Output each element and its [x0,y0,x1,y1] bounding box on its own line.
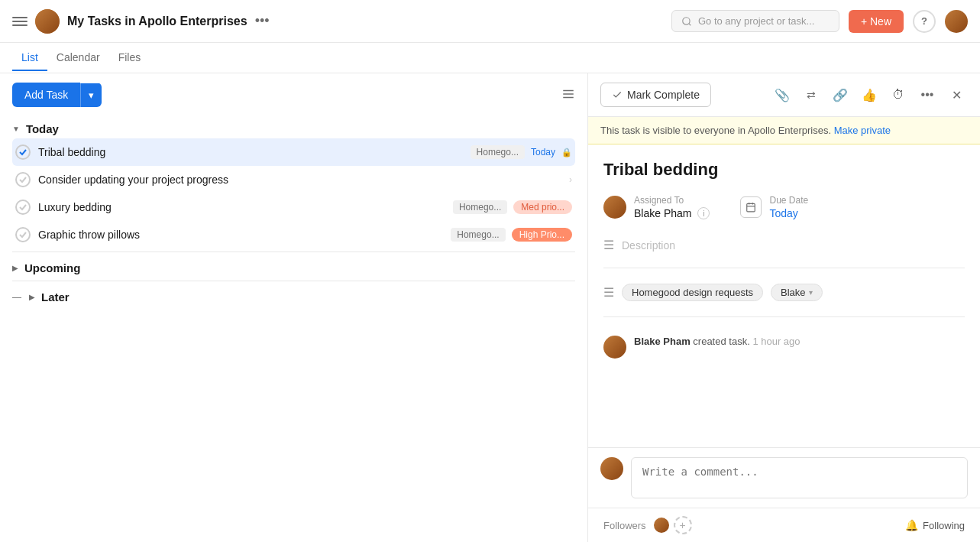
tab-files[interactable]: Files [109,45,150,71]
main-layout: Add Task ▾ ▼ Today Tribal bedding Homego… [0,73,980,542]
like-button[interactable]: 👍 [858,83,881,106]
task-item[interactable]: Consider updating your project progress … [12,166,575,193]
task-item[interactable]: Luxury bedding Homego... Med prio... [12,193,575,221]
svg-point-0 [683,17,690,24]
header-more-icon[interactable]: ••• [255,13,270,29]
header-right: Go to any project or task... + New ? [671,10,968,33]
section-upcoming-label: Upcoming [24,261,80,274]
mark-complete-label: Mark Complete [627,89,700,101]
task-item[interactable]: Graphic throw pillows Homego... High Pri… [12,221,575,248]
svg-rect-5 [747,203,755,212]
following-button[interactable]: 🔔 Following [905,519,965,531]
task-checkbox[interactable] [15,200,31,215]
bell-icon: 🔔 [905,519,918,531]
header-left: My Tasks in Apollo Enterprises ••• [12,9,662,34]
task-name: Luxury bedding [38,201,445,213]
task-project-tag: Homego... [451,228,505,242]
global-search[interactable]: Go to any project or task... [671,10,839,32]
new-button[interactable]: + New [849,10,904,33]
user-avatar[interactable] [945,10,968,33]
section-today-label: Today [26,122,59,135]
assignee-info: Assigned To Blake Pham i [634,195,710,219]
assignee-tag[interactable]: Blake ▾ [771,284,823,301]
project-tag[interactable]: Homegood design requests [622,284,763,301]
more-options-button[interactable]: ••• [916,83,939,106]
follower-avatar[interactable] [652,516,671,534]
followers-section: Followers + [603,516,692,534]
due-date-label: Due Date [769,195,808,206]
task-detail-toolbar: Mark Complete 📎 ⇄ 🔗 👍 ⏱ [588,73,980,117]
task-checkbox[interactable] [15,227,31,242]
description-placeholder: Description [622,239,675,252]
mark-complete-button[interactable]: Mark Complete [600,83,711,107]
section-later-label: Later [41,290,70,303]
activity-action: created task. [693,336,749,347]
timer-icon: ⏱ [892,88,904,102]
followers-row: Followers + 🔔 Following [588,508,980,542]
task-item[interactable]: Tribal bedding Homego... Today 🔒 [12,138,575,166]
task-checkbox[interactable] [15,172,31,187]
activity-item: Blake Pham created task. 1 hour ago [603,326,965,368]
close-button[interactable]: ✕ [945,83,968,106]
add-task-button[interactable]: Add Task [12,83,80,107]
task-meta: Homego... Med prio... [453,200,572,214]
due-date-value: Today [769,207,797,219]
section-later-header[interactable]: — ▶ Later [12,284,575,307]
more-icon: ••• [921,88,934,102]
detail-divider [603,268,965,268]
close-icon: ✕ [952,88,962,102]
task-name: Tribal bedding [38,146,463,158]
activity-content: Blake Pham created task. 1 hour ago [634,336,800,347]
link-button[interactable]: 🔗 [829,83,852,106]
search-icon [681,16,692,27]
assignee-avatar[interactable] [603,196,626,219]
visibility-notification: This task is visible to everyone in Apol… [588,117,980,144]
task-detail-title: Tribal bedding [603,160,965,180]
timer-button[interactable]: ⏱ [887,83,910,106]
menu-icon[interactable] [12,14,27,29]
later-chevron-icon: ▶ [29,293,35,301]
app-header: My Tasks in Apollo Enterprises ••• Go to… [0,0,980,43]
task-meta: Homego... High Prio... [451,228,572,242]
share-button[interactable]: ⇄ [800,83,823,106]
list-toolbar: Add Task ▾ [12,83,575,107]
project-field: ☰ Homegood design requests Blake ▾ [603,277,965,307]
assigned-to-field: Assigned To Blake Pham i [603,195,710,219]
tab-list[interactable]: List [12,45,47,71]
description-icon: ☰ [603,238,614,252]
toolbar-actions: 📎 ⇄ 🔗 👍 ⏱ ••• ✕ [771,83,968,106]
priority-badge: Med prio... [513,200,572,214]
description-field[interactable]: ☰ Description [603,232,965,258]
task-list-panel: Add Task ▾ ▼ Today Tribal bedding Homego… [0,73,588,542]
later-dash-icon: — [12,292,21,303]
activity-time: 1 hour ago [752,336,800,347]
attachment-button[interactable]: 📎 [771,83,794,106]
add-task-dropdown-button[interactable]: ▾ [80,83,102,107]
task-name: Consider updating your project progress [38,174,561,186]
make-private-link[interactable]: Make private [834,125,891,136]
calendar-icon[interactable] [740,196,762,218]
add-follower-button[interactable]: + [674,516,692,534]
info-icon[interactable]: i [697,207,710,219]
following-label: Following [923,520,965,531]
task-checkbox[interactable] [15,144,31,160]
followers-avatars: + [652,516,692,534]
section-divider [12,252,575,252]
add-task-button-group: Add Task ▾ [12,83,102,107]
like-icon: 👍 [862,88,877,102]
assignee-name: Blake Pham [634,207,691,219]
detail-fields-row: Assigned To Blake Pham i Due Date Today [603,195,965,219]
section-divider [12,281,575,281]
new-button-label: + New [861,15,891,28]
notification-text: This task is visible to everyone in Apol… [600,125,831,136]
filter-icon[interactable] [561,87,575,103]
tab-calendar[interactable]: Calendar [47,45,109,71]
today-chevron-icon: ▼ [12,125,20,133]
section-upcoming-header[interactable]: ▶ Upcoming [12,255,575,277]
section-today-header[interactable]: ▼ Today [12,116,575,138]
user-avatar-header[interactable] [35,9,60,34]
comment-area [588,447,980,508]
task-meta: › [569,174,572,185]
help-button[interactable]: ? [913,10,936,33]
comment-input[interactable] [631,457,968,498]
